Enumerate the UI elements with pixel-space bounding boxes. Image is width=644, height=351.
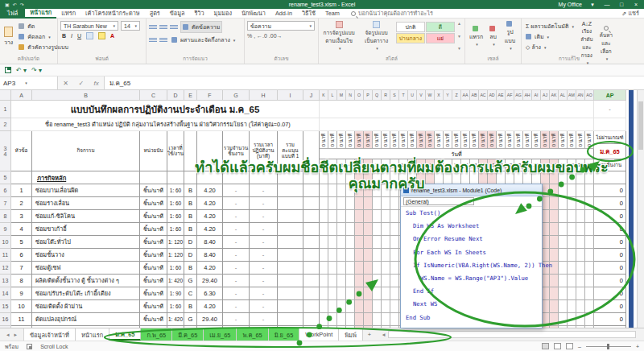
day-cell[interactable] [576, 262, 585, 275]
day-cell[interactable] [585, 287, 594, 300]
day-cell[interactable] [355, 210, 364, 223]
cell-style-chip-3[interactable]: แย่ [426, 33, 455, 43]
day-cell[interactable] [364, 223, 373, 236]
sum-cell[interactable]: - [223, 197, 250, 210]
rotated-zero-cell[interactable]: 0 นาที [461, 131, 470, 149]
activity-cell[interactable]: ซ่อมขาเก้าอี้ [32, 223, 140, 236]
day-cell[interactable] [568, 249, 576, 262]
day-cell[interactable] [550, 287, 559, 300]
rotated-zero-cell[interactable]: 0 นาที [506, 131, 514, 149]
grid-cell[interactable] [278, 300, 303, 313]
minutes-cell[interactable]: - [250, 300, 278, 313]
day-cell[interactable] [559, 197, 568, 210]
day-cell[interactable] [337, 236, 346, 249]
rotated-zero-cell[interactable]: 0 นาที [320, 131, 328, 149]
align-left-icon[interactable] [149, 37, 157, 43]
col-header-C[interactable]: C [140, 90, 167, 101]
grid-cell[interactable] [303, 262, 320, 275]
day-cell[interactable] [346, 262, 355, 275]
day-cell[interactable] [355, 275, 364, 287]
horizontal-scrollbar[interactable]: ◂ [382, 328, 644, 341]
merge-center-button[interactable]: ผสานและจัดกึ่งกลาง▾ [170, 35, 237, 45]
sheet-tab-5[interactable]: เม.ย_65 [204, 328, 237, 341]
col-header-B[interactable]: B [32, 90, 140, 101]
day-cell[interactable] [337, 300, 346, 313]
zoom-slider[interactable] [586, 346, 631, 347]
row-header-1[interactable]: 1 [0, 101, 11, 118]
rotated-zero-cell[interactable]: 0 นาที [576, 131, 585, 149]
grade-cell[interactable]: B [184, 197, 197, 210]
day-cell[interactable] [382, 249, 390, 262]
row-header-15[interactable]: 15 [0, 300, 11, 313]
time-cell[interactable]: 1: 60 [167, 210, 184, 223]
day-cell[interactable] [559, 249, 568, 262]
day-cell[interactable] [559, 223, 568, 236]
row-number-cell[interactable]: 5 [11, 236, 32, 249]
col-header-AM[interactable]: AM [568, 90, 576, 101]
day-cell[interactable] [328, 262, 337, 275]
col-header-T[interactable]: T [399, 90, 408, 101]
time-cell[interactable]: 1: 90 [167, 287, 184, 300]
sum-cell[interactable]: - [223, 275, 250, 287]
col-header-A[interactable]: A [11, 90, 32, 101]
fill-button[interactable]: เติม▾ [524, 31, 576, 42]
header-activity[interactable]: กิจกรรม [32, 131, 140, 171]
grid-cell[interactable] [278, 223, 303, 236]
row-number-cell[interactable]: 6 [11, 249, 32, 262]
minutes-cell[interactable]: - [250, 236, 278, 249]
day-cell[interactable] [568, 287, 576, 300]
day-cell[interactable] [382, 313, 390, 326]
col-header-AJ[interactable]: AJ [541, 90, 550, 101]
autosum-button[interactable]: Σผลรวมอัตโนมัติ▾ [524, 21, 576, 31]
fx-icon[interactable]: fx [94, 80, 99, 87]
time-cell[interactable]: 1: 420 [167, 275, 184, 287]
rotated-zero-cell[interactable]: 0 นาที [497, 131, 506, 149]
day-cell[interactable] [382, 223, 390, 236]
row-number-cell[interactable]: 3 [11, 210, 32, 223]
day-cell[interactable] [364, 275, 373, 287]
time-cell[interactable]: 1: 60 [167, 197, 184, 210]
col-header-AN[interactable]: AN [576, 90, 585, 101]
rotated-zero-cell[interactable]: 0 นาที [470, 131, 479, 149]
rotated-zero-cell[interactable]: 0 นาที [426, 131, 435, 149]
day-cell[interactable] [320, 236, 328, 249]
row-header-7[interactable]: 7 [0, 197, 11, 210]
align-center-icon[interactable] [159, 37, 167, 43]
sheet-tab-3[interactable]: ก.พ_65 [141, 328, 172, 341]
grade-cell[interactable]: G [184, 275, 197, 287]
row-number-cell[interactable]: 8 [11, 275, 32, 287]
total-cell[interactable]: 0 [594, 184, 626, 197]
total-cell[interactable]: 0 [594, 223, 626, 236]
ap-fail-label[interactable]: ไม่ผ่านเกณฑ์ [594, 131, 626, 144]
number-format-select[interactable]: ข้อความ▾ [247, 21, 315, 31]
grade-cell[interactable]: B [184, 184, 197, 197]
rotated-zero-cell[interactable]: 0 นาที [373, 131, 382, 149]
day-cell[interactable] [568, 210, 576, 223]
day-cell[interactable] [337, 249, 346, 262]
sheet-tab-9[interactable]: พิมพ์ [339, 328, 363, 341]
day-cell[interactable] [346, 275, 355, 287]
minutes-cell[interactable]: - [250, 313, 278, 326]
grade-cell[interactable]: G [184, 313, 197, 326]
score-cell[interactable]: 4.20 [197, 223, 223, 236]
grade-cell[interactable]: D [184, 236, 197, 249]
day-cell[interactable] [390, 197, 399, 210]
rotated-zero-cell[interactable]: 0 นาที [346, 131, 355, 149]
day-cell[interactable] [550, 210, 559, 223]
day-cell[interactable] [568, 262, 576, 275]
col-header-V[interactable]: V [417, 90, 426, 101]
day-cell[interactable] [550, 197, 559, 210]
day-cell[interactable] [568, 275, 576, 287]
day-cell[interactable] [346, 210, 355, 223]
corner-select-all[interactable] [0, 90, 11, 101]
minutes-cell[interactable]: - [250, 184, 278, 197]
format-as-table-button[interactable]: จัดรูปแบบเป็นตาราง▾ [359, 21, 394, 51]
unit-cell[interactable]: ชิ้น/นาที [140, 262, 167, 275]
minimize-button[interactable]: — [603, 2, 611, 7]
grid-cell[interactable] [303, 300, 320, 313]
grid-cell[interactable] [303, 236, 320, 249]
number-buttons[interactable]: % , ←.0 .00→ [247, 33, 316, 39]
ribbon-tab-8[interactable]: นักพัฒนา [237, 9, 270, 19]
day-cell[interactable] [328, 236, 337, 249]
col-header-J[interactable]: J [303, 90, 320, 101]
